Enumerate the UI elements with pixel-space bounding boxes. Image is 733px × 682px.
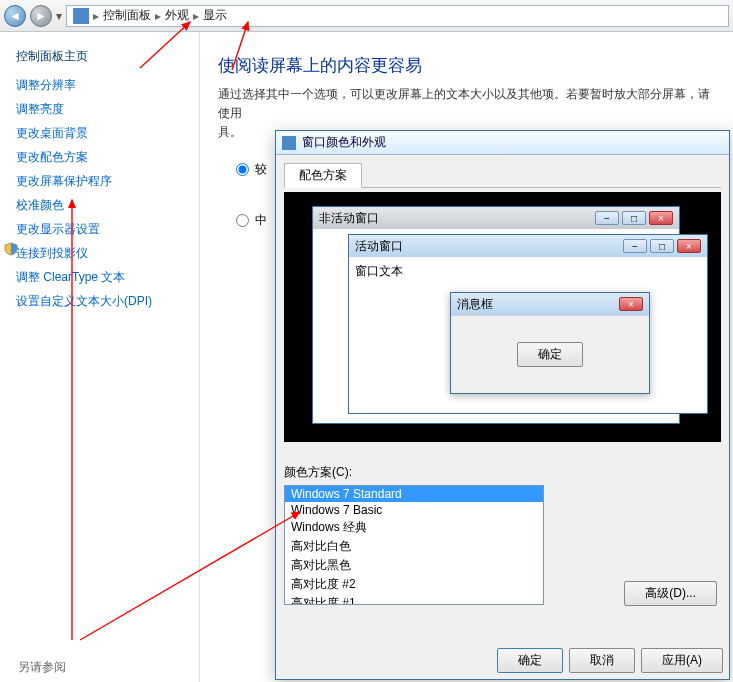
sidebar-link-wallpaper[interactable]: 更改桌面背景 — [16, 125, 189, 142]
chevron-right-icon: ▸ — [155, 9, 161, 23]
color-scheme-label: 颜色方案(C): — [284, 464, 721, 481]
maximize-icon: □ — [650, 239, 674, 253]
chevron-down-icon[interactable]: ▾ — [56, 9, 62, 23]
sidebar-link-cleartype[interactable]: 调整 ClearType 文本 — [16, 269, 189, 286]
scheme-item[interactable]: Windows 经典 — [285, 518, 543, 537]
radio-medium-label: 中 — [255, 212, 267, 229]
sidebar: 控制面板主页 调整分辨率 调整亮度 更改桌面背景 更改配色方案 更改屏幕保护程序… — [0, 32, 200, 682]
page-title: 使阅读屏幕上的内容更容易 — [218, 54, 715, 77]
sidebar-link-display-settings[interactable]: 更改显示器设置 — [16, 221, 189, 238]
cancel-button[interactable]: 取消 — [569, 648, 635, 673]
scheme-item[interactable]: 高对比白色 — [285, 537, 543, 556]
shield-icon — [4, 242, 18, 256]
sidebar-link-calibrate[interactable]: 校准颜色 — [4, 197, 189, 214]
message-ok-button[interactable]: 确定 — [517, 342, 583, 367]
sidebar-link-brightness[interactable]: 调整亮度 — [16, 101, 189, 118]
apply-button[interactable]: 应用(A) — [641, 648, 723, 673]
crumb-control-panel[interactable]: 控制面板 — [103, 7, 151, 24]
color-appearance-dialog: 窗口颜色和外观 配色方案 非活动窗口 − □ × 活动窗口 − □ — [275, 130, 730, 680]
dialog-titlebar[interactable]: 窗口颜色和外观 — [276, 131, 729, 155]
scheme-item[interactable]: Windows 7 Basic — [285, 502, 543, 518]
scheme-item[interactable]: Windows 7 Standard — [285, 486, 543, 502]
message-box-title: 消息框 — [457, 296, 493, 313]
sidebar-link-colorscheme[interactable]: 更改配色方案 — [16, 149, 189, 166]
tab-strip: 配色方案 — [284, 163, 721, 188]
preview-area: 非活动窗口 − □ × 活动窗口 − □ × 窗口文本 — [284, 192, 721, 442]
sidebar-link-screensaver[interactable]: 更改屏幕保护程序 — [16, 173, 189, 190]
dialog-title: 窗口颜色和外观 — [302, 134, 386, 151]
tab-color-scheme[interactable]: 配色方案 — [284, 163, 362, 188]
inactive-window-title: 非活动窗口 — [319, 210, 379, 227]
close-icon: × — [649, 211, 673, 225]
chevron-right-icon: ▸ — [193, 9, 199, 23]
maximize-icon: □ — [622, 211, 646, 225]
advanced-button[interactable]: 高级(D)... — [624, 581, 717, 606]
minimize-icon: − — [595, 211, 619, 225]
sidebar-home[interactable]: 控制面板主页 — [16, 48, 189, 65]
ok-button[interactable]: 确定 — [497, 648, 563, 673]
breadcrumb[interactable]: ▸ 控制面板 ▸ 外观 ▸ 显示 — [66, 5, 729, 27]
radio-medium[interactable] — [236, 214, 249, 227]
dialog-icon — [282, 136, 296, 150]
active-window-title: 活动窗口 — [355, 238, 403, 255]
radio-small[interactable] — [236, 163, 249, 176]
chevron-right-icon: ▸ — [93, 9, 99, 23]
close-icon: × — [619, 297, 643, 311]
back-button[interactable]: ◄ — [4, 5, 26, 27]
preview-message-box: 消息框 × 确定 — [450, 292, 650, 394]
minimize-icon: − — [623, 239, 647, 253]
crumb-appearance[interactable]: 外观 — [165, 7, 189, 24]
address-bar: ◄ ► ▾ ▸ 控制面板 ▸ 外观 ▸ 显示 — [0, 0, 733, 32]
close-icon: × — [677, 239, 701, 253]
sidebar-link-custom-dpi[interactable]: 设置自定义文本大小(DPI) — [16, 293, 189, 310]
sidebar-link-projector[interactable]: 连接到投影仪 — [16, 245, 189, 262]
radio-small-label: 较 — [255, 161, 267, 178]
window-text: 窗口文本 — [355, 264, 403, 278]
scheme-item[interactable]: 高对比黑色 — [285, 556, 543, 575]
sidebar-link-resolution[interactable]: 调整分辨率 — [16, 77, 189, 94]
see-also-header: 另请参阅 — [18, 659, 66, 676]
control-panel-icon — [73, 8, 89, 24]
crumb-display[interactable]: 显示 — [203, 7, 227, 24]
forward-button[interactable]: ► — [30, 5, 52, 27]
